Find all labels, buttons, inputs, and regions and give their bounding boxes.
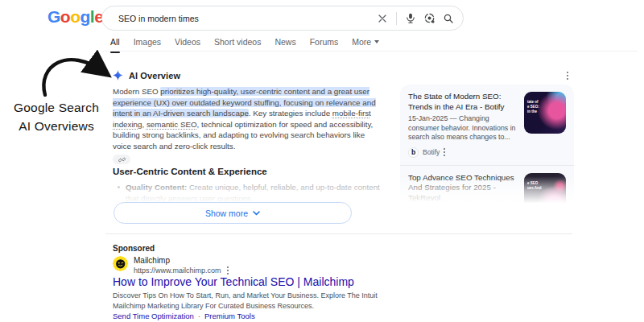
chevron-down-icon bbox=[253, 211, 260, 216]
ai-overview-text: . Key strategies include bbox=[249, 109, 332, 118]
ai-overview-header: AI Overview bbox=[113, 70, 180, 80]
ai-overview-source-cards: The State of Modern SEO: Trends in the A… bbox=[400, 85, 574, 204]
source-card-botify[interactable]: The State of Modern SEO: Trends in the A… bbox=[400, 85, 574, 165]
ad-title-link[interactable]: How to Improve Your Technical SEO | Mail… bbox=[113, 275, 354, 288]
card-menu-icon[interactable] bbox=[444, 148, 445, 156]
bullet-dot bbox=[118, 186, 120, 188]
card-source-name: Botify bbox=[423, 148, 440, 156]
ai-overview-bullet: Quality Content: Create unique, helpful,… bbox=[118, 182, 382, 204]
sources-link-icon[interactable] bbox=[113, 155, 130, 164]
ai-overview-paragraph: Modern SEO prioritizes high-quality, use… bbox=[113, 86, 383, 151]
search-bar[interactable]: SEO in modern times bbox=[101, 6, 464, 31]
sitelink-separator: · bbox=[198, 312, 200, 320]
dropdown-arrow-icon bbox=[374, 40, 379, 43]
sitelink-send-time-optimization[interactable]: Send Time Optimization bbox=[113, 312, 194, 320]
show-more-button[interactable]: Show more bbox=[114, 202, 352, 224]
ai-overview-link[interactable]: semantic SEO bbox=[147, 120, 197, 129]
ai-overview-menu-icon[interactable] bbox=[567, 72, 568, 80]
ad-sitelinks: Send Time Optimization · Premium Tools bbox=[113, 312, 255, 320]
advertiser-row[interactable]: Mailchimp https://www.mailchimp.com bbox=[113, 256, 229, 275]
tabs-divider bbox=[101, 51, 638, 52]
card-snippet: 15-Jan-2025 — Changing consumer behavior… bbox=[408, 114, 518, 142]
google-logo: Google bbox=[47, 7, 103, 27]
card-thumbnail[interactable]: e SEO ues And bbox=[524, 173, 566, 205]
annotation-line2: AI Overviews bbox=[0, 117, 113, 135]
clear-icon[interactable] bbox=[378, 14, 387, 23]
search-input[interactable]: SEO in modern times bbox=[118, 14, 378, 23]
mailchimp-logo bbox=[113, 256, 128, 271]
advertiser-name: Mailchimp bbox=[134, 256, 229, 265]
ai-overview-label: AI Overview bbox=[129, 71, 180, 80]
bullet-label: Quality Content: bbox=[126, 183, 187, 192]
botify-favicon: b bbox=[408, 147, 419, 158]
search-icon[interactable] bbox=[444, 14, 453, 23]
results-divider bbox=[105, 233, 572, 234]
sponsored-label: Sponsored bbox=[113, 244, 155, 253]
microphone-icon[interactable] bbox=[406, 13, 415, 23]
source-card-tekrevol[interactable]: Top Advance SEO Techniques And Strategie… bbox=[400, 165, 574, 205]
ad-menu-icon[interactable] bbox=[227, 266, 229, 275]
sitelink-premium-tools[interactable]: Premium Tools bbox=[204, 312, 255, 320]
card-title[interactable]: Top Advance SEO Techniques And Strategie… bbox=[408, 173, 518, 204]
annotation-text: Google Search AI Overviews bbox=[0, 98, 113, 135]
ai-overview-section-heading: User-Centric Content & Experience bbox=[113, 167, 267, 176]
card-title[interactable]: The State of Modern SEO: Trends in the A… bbox=[408, 92, 518, 112]
annotation-arrow-icon bbox=[31, 43, 121, 103]
card-thumbnail[interactable]: tate of e SEO: in the bbox=[524, 92, 566, 134]
ad-description: Discover Tips On How To Start, Run, and … bbox=[113, 291, 396, 312]
google-lens-icon[interactable] bbox=[424, 13, 435, 23]
searchbar-divider bbox=[396, 12, 397, 25]
advertiser-url: https://www.mailchimp.com bbox=[134, 266, 221, 275]
